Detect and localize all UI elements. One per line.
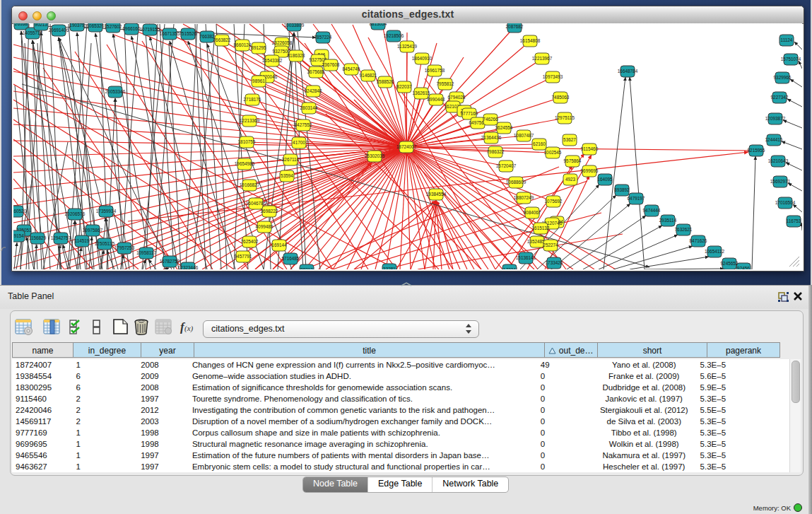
svg-text:12942757: 12942757 xyxy=(51,235,71,240)
svg-text:1588520: 1588520 xyxy=(377,79,394,84)
svg-text:15720407: 15720407 xyxy=(496,163,517,168)
svg-text:10654112: 10654112 xyxy=(705,249,724,254)
svg-text:6966160: 6966160 xyxy=(123,26,141,31)
svg-text:16671355: 16671355 xyxy=(160,31,180,36)
svg-text:9245652: 9245652 xyxy=(721,261,739,266)
svg-text:9474444: 9474444 xyxy=(643,208,661,213)
svg-text:12213369: 12213369 xyxy=(240,118,260,123)
svg-text:20053346: 20053346 xyxy=(105,89,126,94)
svg-text:41700: 41700 xyxy=(293,140,305,145)
svg-text:164095: 164095 xyxy=(597,177,613,182)
svg-text:1244415: 1244415 xyxy=(765,137,783,142)
svg-text:1002545: 1002545 xyxy=(544,150,562,155)
svg-text:(x): (x) xyxy=(184,324,194,333)
svg-text:2803144: 2803144 xyxy=(300,105,318,110)
svg-text:7485063: 7485063 xyxy=(552,95,570,100)
svg-text:7632621: 7632621 xyxy=(675,227,693,232)
svg-text:7663822: 7663822 xyxy=(213,37,231,42)
svg-text:9777169: 9777169 xyxy=(461,111,478,116)
svg-text:98961: 98961 xyxy=(252,78,265,83)
svg-text:1733426: 1733426 xyxy=(546,260,563,265)
svg-text:7625402: 7625402 xyxy=(241,239,259,244)
svg-text:16046786: 16046786 xyxy=(246,201,266,206)
svg-text:1075692: 1075692 xyxy=(545,199,563,204)
svg-text:39154: 39154 xyxy=(13,233,24,238)
svg-text:6479197: 6479197 xyxy=(628,196,645,201)
svg-text:5716485: 5716485 xyxy=(282,256,300,261)
svg-text:12505135: 12505135 xyxy=(95,241,115,246)
svg-text:10958117: 10958117 xyxy=(136,250,156,255)
svg-text:114519: 114519 xyxy=(75,238,90,243)
svg-text:8186328: 8186328 xyxy=(288,53,305,58)
svg-text:18724007: 18724007 xyxy=(396,144,417,149)
svg-text:8660124: 8660124 xyxy=(234,42,252,47)
svg-text:10973493: 10973493 xyxy=(543,74,563,79)
svg-text:891295: 891295 xyxy=(251,45,266,50)
svg-text:1615132: 1615132 xyxy=(532,226,550,230)
svg-text:20206576: 20206576 xyxy=(65,211,86,216)
svg-text:6794028: 6794028 xyxy=(448,95,466,100)
svg-text:30975867: 30975867 xyxy=(83,228,103,233)
svg-text:10688609: 10688609 xyxy=(506,180,526,185)
svg-text:26168: 26168 xyxy=(15,23,28,26)
svg-text:12975115: 12975115 xyxy=(555,115,575,120)
svg-text:12213967: 12213967 xyxy=(532,56,553,61)
svg-text:169144: 169144 xyxy=(271,243,287,247)
svg-text:7986322: 7986322 xyxy=(487,149,505,154)
svg-text:116753: 116753 xyxy=(787,218,801,223)
svg-text:2935114: 2935114 xyxy=(659,218,677,223)
svg-text:9242848: 9242848 xyxy=(305,88,322,93)
svg-text:8813054: 8813054 xyxy=(370,23,387,26)
svg-text:17957253: 17957253 xyxy=(114,245,135,250)
svg-text:1810755: 1810755 xyxy=(238,139,256,144)
svg-text:1362615: 1362615 xyxy=(413,90,430,95)
svg-text:11325419: 11325419 xyxy=(397,44,417,49)
svg-text:88213: 88213 xyxy=(300,267,313,269)
svg-text:92456: 92456 xyxy=(737,266,750,269)
svg-text:25302035: 25302035 xyxy=(365,153,385,158)
svg-text:9457791: 9457791 xyxy=(235,254,252,259)
svg-text:19384554: 19384554 xyxy=(426,192,447,197)
svg-text:10033809: 10033809 xyxy=(284,23,305,28)
svg-text:252274: 252274 xyxy=(543,243,558,247)
svg-text:4923: 4923 xyxy=(565,177,576,182)
svg-text:746266: 746266 xyxy=(483,117,498,122)
svg-text:19218506: 19218506 xyxy=(384,33,404,38)
svg-text:23226058: 23226058 xyxy=(272,40,293,45)
svg-text:16543382: 16543382 xyxy=(262,58,283,63)
svg-text:17359934: 17359934 xyxy=(96,209,117,214)
svg-text:12093872: 12093872 xyxy=(765,116,786,121)
svg-text:2087682: 2087682 xyxy=(506,24,524,29)
svg-text:8427552: 8427552 xyxy=(295,122,312,127)
svg-text:53594: 53594 xyxy=(281,173,293,178)
svg-text:9227342: 9227342 xyxy=(771,95,789,100)
svg-text:4099489: 4099489 xyxy=(256,224,273,229)
svg-text:18640910: 18640910 xyxy=(412,56,433,61)
svg-text:15136141: 15136141 xyxy=(516,255,536,260)
svg-text:1527602: 1527602 xyxy=(105,24,122,29)
svg-text:2718176: 2718176 xyxy=(244,97,261,102)
svg-text:20691406: 20691406 xyxy=(49,28,69,33)
svg-text:16961758: 16961758 xyxy=(425,68,445,73)
svg-text:15692971: 15692971 xyxy=(770,179,791,184)
svg-text:3675685: 3675685 xyxy=(307,69,325,74)
svg-text:16782759: 16782759 xyxy=(160,259,180,264)
svg-text:9329966: 9329966 xyxy=(774,75,792,80)
svg-text:11124: 11124 xyxy=(781,37,793,42)
svg-text:8990448: 8990448 xyxy=(428,97,445,102)
svg-text:33281: 33281 xyxy=(383,267,396,269)
svg-text:18807249: 18807249 xyxy=(514,195,534,200)
svg-text:19166827: 19166827 xyxy=(240,182,260,187)
svg-text:26160520: 26160520 xyxy=(13,209,27,214)
svg-text:16210643: 16210643 xyxy=(768,158,789,163)
svg-text:7857224: 7857224 xyxy=(314,35,332,40)
svg-text:190379: 190379 xyxy=(69,23,85,28)
svg-text:7515526: 7515526 xyxy=(180,31,197,36)
svg-text:90213: 90213 xyxy=(35,23,47,27)
svg-text:10719155: 10719155 xyxy=(140,27,160,32)
svg-text:3267110: 3267110 xyxy=(282,157,300,162)
svg-text:17334: 17334 xyxy=(503,267,516,269)
svg-text:9084067: 9084067 xyxy=(524,210,541,215)
svg-text:16154808: 16154808 xyxy=(520,38,541,43)
svg-text:9146821: 9146821 xyxy=(360,73,377,78)
